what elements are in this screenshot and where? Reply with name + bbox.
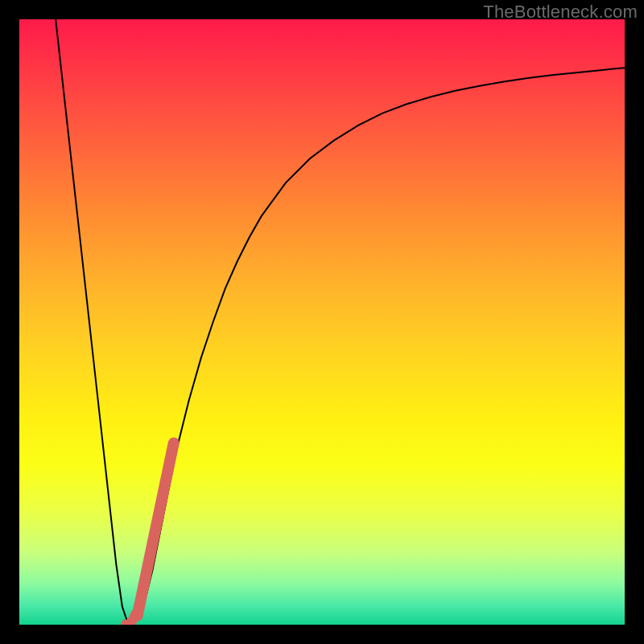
bottleneck-chart — [19, 19, 625, 625]
watermark-label: TheBottleneck.com — [483, 2, 638, 23]
series-highlight-segment — [138, 443, 174, 615]
series-highlight-dot-lower — [132, 613, 136, 621]
series-bottleneck-curve — [56, 19, 625, 625]
chart-series-group — [56, 19, 625, 625]
